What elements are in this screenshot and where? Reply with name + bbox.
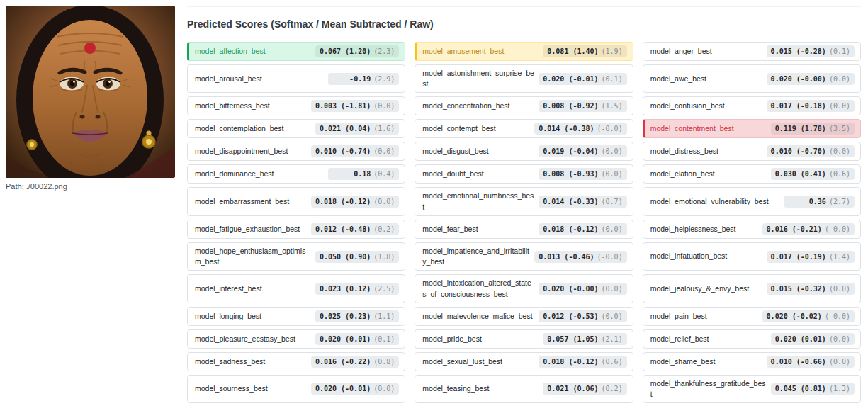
score-value-raw: (0.0) xyxy=(829,74,850,84)
score-value-raw: (0.0) xyxy=(829,357,850,366)
score-label: model_distress_best xyxy=(650,146,762,157)
score-value-raw: (0.0) xyxy=(829,147,850,156)
score-label: model_thankfulness_gratitude_best xyxy=(650,378,767,400)
score-row: model_contentment_best 0.119 (1.78)(3.5) xyxy=(643,119,861,138)
score-value-main: 0.020 (-0.00) xyxy=(543,284,598,293)
score-value-badge: 0.015 (-0.32)(0.0) xyxy=(767,283,855,295)
score-value-main: 0.020 (0.01) xyxy=(775,334,826,344)
score-row: model_pleasure_ecstasy_best 0.020 (0.01)… xyxy=(187,329,405,349)
score-value-raw: (0.0) xyxy=(602,312,623,321)
score-value-badge: 0.018 (-0.12)(0.6) xyxy=(539,356,626,368)
score-row: model_emotional_vulnerability_best 0.36(… xyxy=(643,187,861,215)
score-label: model_fear_best xyxy=(422,224,534,235)
score-row: model_concentration_best 0.008 (-0.92)(1… xyxy=(415,96,633,115)
score-value-raw: (0.1) xyxy=(373,334,395,344)
score-label: model_dominance_best xyxy=(195,169,324,179)
score-value-main: 0.18 xyxy=(354,169,371,179)
score-value-badge: 0.030 (0.41)(0.6) xyxy=(771,168,855,180)
score-value-raw: (0.6) xyxy=(829,169,850,179)
score-value-main: 0.012 (-0.53) xyxy=(543,312,598,321)
score-value-main: 0.067 (1.20) xyxy=(320,47,371,56)
score-value-main: 0.008 (-0.93) xyxy=(543,169,598,179)
score-value-badge: 0.18(0.4) xyxy=(328,168,399,180)
score-value-badge: 0.057 (1.05)(2.1) xyxy=(543,333,626,345)
score-value-badge: 0.021 (0.04)(1.6) xyxy=(315,123,399,135)
score-row: model_bitterness_best 0.003 (-1.81)(0.0) xyxy=(187,96,405,115)
score-value-raw: (1.4) xyxy=(829,252,850,261)
score-value-main: 0.010 (-0.70) xyxy=(771,147,826,156)
score-row: model_intoxication_altered_states_of_con… xyxy=(415,274,633,303)
score-value-raw: (0.0) xyxy=(373,147,395,156)
score-row: model_contempt_best 0.014 (-0.38)(-0.0) xyxy=(415,119,633,138)
score-row: model_thankfulness_gratitude_best 0.045 … xyxy=(643,375,861,403)
score-value-badge: 0.008 (-0.92)(1.5) xyxy=(539,100,626,112)
score-value-badge: 0.008 (-0.93)(0.0) xyxy=(539,168,626,180)
score-row: model_distress_best 0.010 (-0.70)(0.0) xyxy=(643,142,861,161)
score-label: model_contempt_best xyxy=(422,123,530,134)
score-value-badge: 0.020 (0.01)(0.0) xyxy=(771,333,855,345)
score-value-raw: (1.5) xyxy=(602,101,623,111)
score-label: model_teasing_best xyxy=(422,383,539,394)
score-value-main: 0.119 (1.78) xyxy=(775,124,826,133)
score-value-main: 0.016 (-0.21) xyxy=(767,225,822,234)
score-label: model_doubt_best xyxy=(422,169,534,179)
path-label: Path: ./00022.png xyxy=(6,182,176,191)
score-label: model_confusion_best xyxy=(650,101,762,111)
scores-panel: Predicted Scores (Softmax / Mean Subtrac… xyxy=(181,0,868,406)
score-value-raw: (1.9) xyxy=(602,47,623,56)
score-label: model_awe_best xyxy=(650,74,762,84)
score-value-main: 0.050 (0.90) xyxy=(320,252,371,261)
score-value-badge: 0.020 (-0.02)(-0.0) xyxy=(762,310,855,322)
score-value-main: 0.018 (-0.12) xyxy=(543,225,598,234)
score-value-badge: 0.013 (-0.46)(-0.0) xyxy=(534,251,626,263)
score-label: model_astonishment_surprise_best xyxy=(422,68,534,89)
score-value-badge: 0.119 (1.78)(3.5) xyxy=(771,123,855,135)
score-value-raw: (1.1) xyxy=(373,312,395,321)
score-value-main: 0.018 (-0.12) xyxy=(543,357,598,366)
score-value-badge: 0.045 (0.81)(1.3) xyxy=(771,383,855,395)
score-value-badge: 0.018 (-0.12)(0.0) xyxy=(311,196,399,208)
score-value-main: 0.019 (-0.04) xyxy=(543,147,598,156)
score-row: model_pride_best 0.057 (1.05)(2.1) xyxy=(415,329,633,349)
score-value-badge: 0.016 (-0.21)(-0.0) xyxy=(762,223,855,235)
score-row: model_awe_best 0.020 (-0.00)(0.0) xyxy=(643,64,861,93)
score-label: model_disappointment_best xyxy=(195,146,307,157)
score-row: model_confusion_best 0.017 (-0.18)(0.0) xyxy=(643,96,861,115)
score-value-raw: (0.1) xyxy=(602,74,623,84)
score-label: model_contemplation_best xyxy=(195,123,311,134)
score-value-badge: 0.017 (-0.19)(1.4) xyxy=(767,251,855,263)
score-value-main: 0.013 (-0.46) xyxy=(539,252,594,261)
score-value-main: 0.021 (0.04) xyxy=(320,124,371,133)
score-value-badge: -0.19(2.9) xyxy=(328,73,399,85)
score-value-raw: (-0.0) xyxy=(825,312,850,321)
score-row: model_fatigue_exhaustion_best 0.012 (-0.… xyxy=(187,220,405,239)
score-value-main: 0.020 (-0.00) xyxy=(771,74,826,84)
score-value-main: 0.016 (-0.22) xyxy=(315,357,371,366)
score-value-main: 0.017 (-0.18) xyxy=(771,101,826,111)
score-label: model_emotional_numbness_best xyxy=(422,191,534,212)
score-value-badge: 0.010 (-0.70)(0.0) xyxy=(767,145,855,157)
score-value-badge: 0.003 (-1.81)(0.0) xyxy=(311,100,399,112)
score-label: model_emotional_vulnerability_best xyxy=(650,196,779,207)
score-label: model_pain_best xyxy=(650,311,758,322)
score-row: model_contemplation_best 0.021 (0.04)(1.… xyxy=(187,119,405,138)
score-value-main: 0.014 (-0.38) xyxy=(539,124,594,133)
score-label: model_relief_best xyxy=(650,334,767,344)
score-label: model_fatigue_exhaustion_best xyxy=(195,224,307,235)
score-row: model_disgust_best 0.019 (-0.04)(0.0) xyxy=(415,142,633,161)
score-value-raw: (-0.0) xyxy=(825,225,850,234)
score-value-badge: 0.018 (-0.12)(0.0) xyxy=(539,223,626,235)
score-value-badge: 0.010 (-0.74)(0.0) xyxy=(311,145,399,157)
score-row: model_longing_best 0.025 (0.23)(1.1) xyxy=(187,307,405,326)
score-label: model_intoxication_altered_states_of_con… xyxy=(422,278,534,299)
score-label: model_malevolence_malice_best xyxy=(422,311,534,322)
score-value-main: 0.020 (-0.01) xyxy=(543,74,598,84)
score-value-main: 0.017 (-0.19) xyxy=(771,252,826,261)
score-row: model_interest_best 0.023 (0.12)(2.5) xyxy=(187,274,405,303)
score-value-raw: (0.0) xyxy=(373,101,395,111)
portrait-image xyxy=(6,6,175,178)
score-row: model_shame_best 0.010 (-0.66)(0.0) xyxy=(643,352,861,371)
score-value-raw: (0.0) xyxy=(373,197,395,206)
score-value-main: 0.014 (-0.33) xyxy=(543,197,598,206)
score-label: model_helplessness_best xyxy=(650,224,758,235)
